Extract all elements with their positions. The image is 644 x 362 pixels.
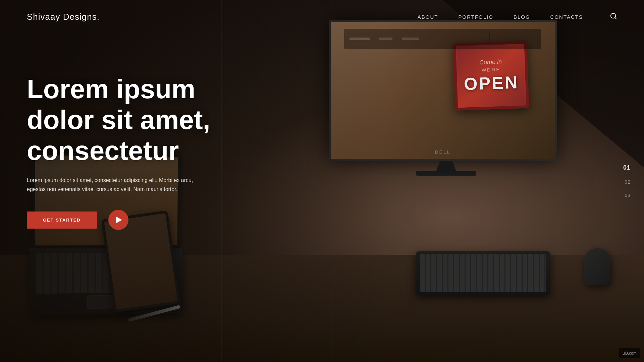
hero-section: Lorem ipsum dolor sit amet, consectetur …: [27, 74, 255, 230]
slide-indicator-3[interactable]: 03: [623, 193, 631, 198]
nav-portfolio[interactable]: PORTFOLIO: [459, 14, 493, 20]
svg-point-0: [611, 13, 616, 18]
slide-indicators: 01 02 03: [623, 164, 631, 198]
hero-description: Lorem ipsum dolor sit amet, consectetur …: [27, 176, 208, 194]
logo: Shivaay Designs.: [27, 12, 100, 22]
nav-contacts[interactable]: CONTACTS: [550, 14, 583, 20]
navigation: ABOUT PORTFOLIO BLOG CONTACTS: [418, 12, 617, 21]
nav-about[interactable]: ABOUT: [418, 14, 438, 20]
get-started-button[interactable]: GET STARTED: [27, 212, 97, 229]
hero-title: Lorem ipsum dolor sit amet, consectetur: [27, 74, 255, 166]
play-icon: [116, 217, 122, 223]
slide-indicator-1[interactable]: 01: [623, 164, 631, 171]
slide-indicator-2[interactable]: 02: [623, 179, 631, 185]
header: Shivaay Designs. ABOUT PORTFOLIO BLOG CO…: [0, 0, 644, 34]
nav-blog[interactable]: BLOG: [514, 14, 530, 20]
watermark-text: ui8.com: [623, 351, 637, 356]
search-icon[interactable]: [610, 12, 617, 21]
play-button[interactable]: [108, 210, 128, 230]
svg-line-1: [615, 17, 616, 19]
hero-actions: GET STARTED: [27, 210, 255, 230]
watermark: ui8.com: [619, 348, 640, 358]
